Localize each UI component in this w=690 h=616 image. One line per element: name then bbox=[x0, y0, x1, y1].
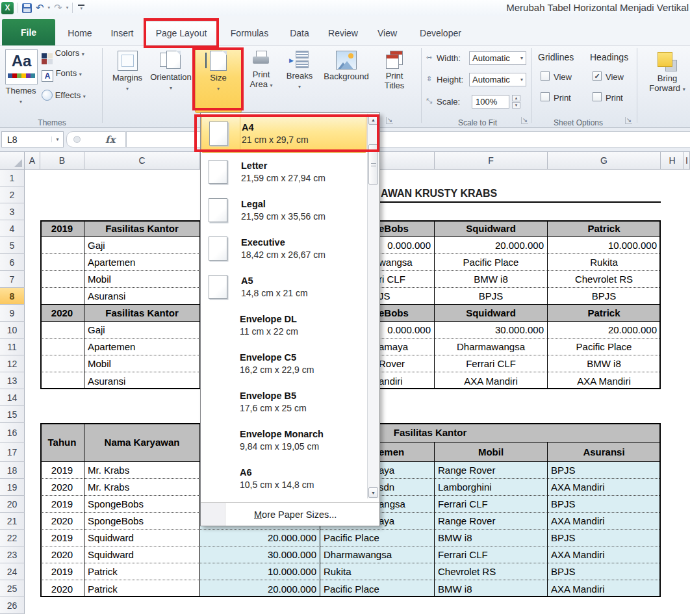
paper-size-legal[interactable]: Legal21,59 cm x 35,56 cm bbox=[201, 191, 366, 229]
bring-forward-button[interactable]: Bring Forward ▾ bbox=[646, 52, 689, 93]
cell-E24[interactable]: Rukita bbox=[320, 563, 435, 580]
scroll-down-icon[interactable]: ▼ bbox=[368, 487, 378, 498]
cell-G24[interactable]: BPJS bbox=[548, 563, 661, 580]
cell-G9[interactable]: Patrick bbox=[548, 305, 661, 322]
print-titles-button[interactable]: Print Titles bbox=[376, 51, 413, 90]
cell-B19[interactable]: 2020 bbox=[40, 479, 84, 496]
row-header-20[interactable]: 20 bbox=[0, 496, 25, 513]
cell-F9[interactable]: Squidward bbox=[435, 305, 548, 322]
cell-C11[interactable]: Apartemen bbox=[84, 339, 200, 355]
paper-size-executive[interactable]: Executive18,42 cm x 26,67 cm bbox=[201, 229, 366, 268]
cell-C7[interactable]: Mobil bbox=[84, 271, 200, 288]
cell-B25[interactable]: 2020 bbox=[40, 580, 84, 597]
cell-B23[interactable]: 2020 bbox=[40, 546, 84, 563]
width-combo[interactable]: Automatic▾ bbox=[469, 51, 526, 65]
cell-F17[interactable]: Mobil bbox=[435, 443, 548, 462]
cell-B18[interactable]: 2019 bbox=[40, 462, 84, 479]
margins-button[interactable]: Margins▾ bbox=[108, 51, 147, 92]
column-header-B[interactable]: B bbox=[40, 152, 84, 169]
cell-F22[interactable]: BMW i8 bbox=[435, 530, 548, 546]
tab-insert[interactable]: Insert bbox=[101, 21, 143, 45]
cell-F25[interactable]: BMW i8 bbox=[435, 580, 548, 597]
cell-F10[interactable]: 30.000.000 bbox=[435, 322, 548, 339]
row-header-25[interactable]: 25 bbox=[0, 580, 25, 597]
row-header-13[interactable]: 13 bbox=[0, 372, 25, 389]
scrollbar-thumb[interactable] bbox=[368, 144, 378, 185]
cell-B20[interactable]: 2019 bbox=[40, 496, 84, 513]
cell-C19[interactable]: Mr. Krabs bbox=[84, 479, 200, 496]
row-header-11[interactable]: 11 bbox=[0, 339, 25, 355]
row-header-7[interactable]: 7 bbox=[0, 271, 25, 288]
cell-G7[interactable]: Chevrolet RS bbox=[548, 271, 661, 288]
paper-size-letter[interactable]: Letter21,59 cm x 27,94 cm bbox=[201, 153, 366, 191]
name-box-dropdown-icon[interactable]: ▾ bbox=[51, 136, 63, 142]
cell-G25[interactable]: AXA Mandiri bbox=[548, 580, 661, 597]
cell-G8[interactable]: BPJS bbox=[548, 288, 661, 305]
cell-G4[interactable]: Patrick bbox=[548, 220, 661, 237]
themes-button-icon[interactable]: Aa bbox=[5, 49, 38, 84]
row-header-19[interactable]: 19 bbox=[0, 479, 25, 496]
cell-C9[interactable]: Fasilitas Kantor bbox=[84, 305, 200, 322]
theme-colors-button[interactable]: Colors ▾ bbox=[42, 51, 99, 64]
cell-C16[interactable]: Nama Karyawan bbox=[84, 423, 200, 462]
undo-dropdown-icon[interactable]: ▾ bbox=[48, 5, 51, 10]
print-area-button[interactable]: Print Area ▾ bbox=[244, 51, 278, 89]
more-paper-sizes-item[interactable]: More Paper Sizes... bbox=[201, 502, 379, 526]
cell-B5[interactable] bbox=[40, 237, 84, 254]
row-header-15[interactable]: 15 bbox=[0, 406, 25, 423]
cell-F13[interactable]: AXA Mandiri bbox=[435, 372, 548, 389]
tab-review[interactable]: Review bbox=[322, 21, 364, 45]
paper-size-envelope-c5[interactable]: Envelope C516,2 cm x 22,9 cm bbox=[201, 344, 366, 383]
cell-F7[interactable]: BMW i8 bbox=[435, 271, 548, 288]
cell-B24[interactable]: 2019 bbox=[40, 563, 84, 580]
cell-C18[interactable]: Mr. Krabs bbox=[84, 462, 200, 479]
cell-F20[interactable]: Ferrari CLF bbox=[435, 496, 548, 513]
paper-size-envelope-monarch[interactable]: Envelope Monarch9,84 cm x 19,05 cm bbox=[201, 421, 366, 459]
cell-B9[interactable]: 2020 bbox=[40, 305, 84, 322]
excel-logo-icon[interactable]: X bbox=[1, 2, 14, 14]
breaks-button[interactable]: Breaks▾ bbox=[281, 51, 318, 90]
paper-size-a5[interactable]: A514,8 cm x 21 cm bbox=[201, 268, 366, 306]
background-button[interactable]: Background bbox=[318, 51, 374, 81]
tab-data[interactable]: Data bbox=[282, 21, 317, 45]
scale-spinner[interactable]: ▲▼ bbox=[512, 95, 520, 109]
row-header-14[interactable]: 14 bbox=[0, 389, 25, 406]
cell-F21[interactable]: Range Rover bbox=[435, 513, 548, 530]
paper-size-a6[interactable]: A610,5 cm x 14,8 cm bbox=[201, 459, 366, 498]
cell-B7[interactable] bbox=[40, 271, 84, 288]
cell-F23[interactable]: Ferrari CLF bbox=[435, 546, 548, 563]
cell-G6[interactable]: Rukita bbox=[548, 254, 661, 271]
column-header-F[interactable]: F bbox=[435, 152, 548, 169]
customize-toolbar-icon[interactable]: ▾ bbox=[77, 5, 86, 11]
row-header-6[interactable]: 6 bbox=[0, 254, 25, 271]
row-header-17[interactable]: 17 bbox=[0, 443, 25, 462]
row-header-26[interactable]: 26 bbox=[0, 597, 25, 614]
cell-B11[interactable] bbox=[40, 339, 84, 355]
row-header-4[interactable]: 4 bbox=[0, 220, 25, 237]
cell-G23[interactable]: AXA Mandiri bbox=[548, 546, 661, 563]
cell-F11[interactable]: Dharmawangsa bbox=[435, 339, 548, 355]
insert-function-icon[interactable]: fx bbox=[105, 134, 115, 146]
cell-G20[interactable]: BPJS bbox=[548, 496, 661, 513]
cell-C24[interactable]: Patrick bbox=[84, 563, 200, 580]
scroll-up-icon[interactable]: ▲ bbox=[368, 114, 378, 125]
column-header-A[interactable]: A bbox=[25, 152, 40, 169]
row-header-22[interactable]: 22 bbox=[0, 530, 25, 546]
tab-view[interactable]: View bbox=[369, 21, 405, 45]
cell-B22[interactable]: 2019 bbox=[40, 530, 84, 546]
tab-home[interactable]: Home bbox=[61, 21, 99, 45]
cell-B6[interactable] bbox=[40, 254, 84, 271]
cell-C6[interactable]: Apartemen bbox=[84, 254, 200, 271]
tab-formulas[interactable]: Formulas bbox=[220, 21, 279, 45]
cell-B13[interactable] bbox=[40, 372, 84, 389]
cell-F5[interactable]: 20.000.000 bbox=[435, 237, 548, 254]
row-header-16[interactable]: 16 bbox=[0, 423, 25, 443]
cell-B10[interactable] bbox=[40, 322, 84, 339]
cell-C23[interactable]: Squidward bbox=[84, 546, 200, 563]
size-button[interactable]: Size▾ bbox=[196, 51, 240, 92]
cell-B4[interactable]: 2019 bbox=[40, 220, 84, 237]
cell-D23[interactable]: 30.000.000 bbox=[200, 546, 320, 563]
paper-size-envelope-dl[interactable]: Envelope DL11 cm x 22 cm bbox=[201, 306, 366, 344]
row-header-3[interactable]: 3 bbox=[0, 203, 25, 220]
theme-effects-button[interactable]: Effects ▾ bbox=[42, 90, 99, 103]
